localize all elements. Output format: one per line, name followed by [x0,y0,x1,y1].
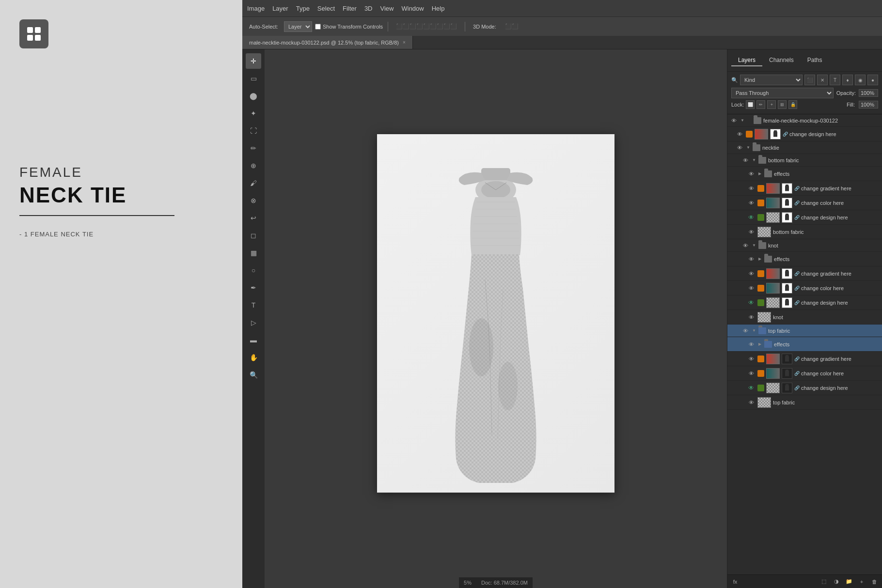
menu-help[interactable]: Help [432,5,445,12]
shape-tool[interactable]: ▬ [246,332,261,348]
eye-icon-19[interactable]: 👁 [747,369,756,378]
layer-change-design-3[interactable]: 👁 🔗 change design here [727,381,882,395]
path-select[interactable]: ▷ [246,315,261,330]
gradient-tool[interactable]: ▦ [246,245,261,261]
dodge-tool[interactable]: ○ [246,263,261,278]
eye-icon-8[interactable]: 👁 [747,213,756,222]
tab-channels[interactable]: Channels [762,55,801,66]
lock-image[interactable]: ✏ [756,100,765,109]
eyedropper-tool[interactable]: ✏ [246,140,261,156]
expand-16[interactable]: ▼ [752,328,756,333]
layer-change-design-top[interactable]: 👁 🔗 change design here [727,127,882,141]
tab-close-button[interactable]: × [403,40,406,45]
tab-layers[interactable]: Layers [731,55,762,66]
filter-toggle[interactable]: ● [867,75,878,85]
expand-1[interactable]: ▼ [740,118,745,123]
show-transform-checkbox[interactable] [315,24,321,30]
eye-icon-9[interactable]: 👁 [747,228,756,236]
eye-icon-1[interactable]: 👁 [729,116,738,125]
history-brush[interactable]: ↩ [246,210,261,226]
lasso-tool[interactable]: ⬤ [246,88,261,104]
auto-select-dropdown[interactable]: Layer [284,21,312,32]
filter-icon-1[interactable]: ⬛ [804,75,815,85]
pen-tool[interactable]: ✒ [246,280,261,295]
filter-select[interactable]: Kind [740,75,803,85]
new-group-btn[interactable]: 📁 [844,577,854,587]
layer-effects-1[interactable]: 👁 ▶ effects [727,167,882,181]
type-tool[interactable]: T [246,297,261,313]
lock-artboard[interactable]: ⊞ [778,100,787,109]
move-tool[interactable]: ✛ [246,53,261,69]
chevron-1[interactable] [747,118,752,123]
clone-tool[interactable]: ⊗ [246,193,261,208]
eye-icon-6[interactable]: 👁 [747,184,756,193]
brush-tool[interactable]: 🖌 [246,175,261,191]
eye-icon-3[interactable]: 👁 [735,143,744,152]
layer-effects-3[interactable]: 👁 ▶ effects [727,337,882,352]
lock-all[interactable]: 🔒 [788,100,797,109]
magic-wand-tool[interactable]: ✦ [246,106,261,121]
menu-image[interactable]: Image [247,5,265,12]
expand-11[interactable]: ▶ [757,257,762,261]
layer-bottom-fabric-group[interactable]: 👁 ▼ bottom fabric [727,154,882,167]
eye-icon-17[interactable]: 👁 [747,340,756,349]
layer-knot-layer[interactable]: 👁 knot [727,310,882,325]
filter-icon-5[interactable]: ◉ [855,75,866,85]
menu-3d[interactable]: 3D [364,5,373,12]
tab-paths[interactable]: Paths [801,55,829,66]
blend-mode-select[interactable]: Pass Through [731,88,834,98]
lock-transparent[interactable]: ⬜ [746,100,755,109]
eye-icon-7[interactable]: 👁 [747,199,756,207]
eye-icon-21[interactable]: 👁 [747,398,756,407]
layer-top-fabric-layer[interactable]: 👁 top fabric [727,395,882,410]
layer-change-gradient-3[interactable]: 👁 🔗 change gradient here [727,352,882,366]
layer-top-fabric-group[interactable]: 👁 ▼ top fabric [727,325,882,337]
expand-17[interactable]: ▶ [757,342,762,346]
menu-window[interactable]: Window [401,5,424,12]
new-fill-btn[interactable]: ◑ [832,577,841,587]
fill-input[interactable] [859,101,878,108]
zoom-tool[interactable]: 🔍 [246,367,261,383]
eye-icon-10[interactable]: 👁 [741,241,750,250]
eye-icon-15[interactable]: 👁 [747,313,756,322]
layer-effects-2[interactable]: 👁 ▶ effects [727,252,882,266]
add-mask-btn[interactable]: ⬚ [819,577,829,587]
layer-knot-group[interactable]: 👁 ▼ knot [727,239,882,252]
expand-10[interactable]: ▼ [752,243,756,248]
opacity-input[interactable] [859,89,878,97]
eye-icon-12[interactable]: 👁 [747,269,756,278]
layer-change-color-2[interactable]: 👁 🔗 change color here [727,281,882,295]
lock-position[interactable]: + [767,100,776,109]
eye-icon-5[interactable]: 👁 [747,170,756,178]
layer-change-design-2[interactable]: 👁 🔗 change design here [727,295,882,310]
link-layers-btn[interactable]: fx [730,577,740,587]
menu-view[interactable]: View [380,5,394,12]
menu-filter[interactable]: Filter [343,5,357,12]
eye-icon-16[interactable]: 👁 [741,326,750,335]
eye-icon-20[interactable]: 👁 [747,384,756,392]
eye-icon-13[interactable]: 👁 [747,284,756,293]
eye-icon-2[interactable]: 👁 [735,130,744,139]
hand-tool[interactable]: ✋ [246,350,261,365]
expand-4[interactable]: ▼ [752,158,756,162]
healing-tool[interactable]: ⊕ [246,158,261,173]
menu-select[interactable]: Select [317,5,335,12]
menu-layer[interactable]: Layer [272,5,288,12]
eye-icon-4[interactable]: 👁 [741,156,750,165]
filter-icon-3[interactable]: T [830,75,840,85]
filter-icon-4[interactable]: ♦ [842,75,853,85]
crop-tool[interactable]: ⛶ [246,123,261,139]
eye-icon-11[interactable]: 👁 [747,255,756,263]
delete-layer-btn[interactable]: 🗑 [869,577,879,587]
eye-icon-14[interactable]: 👁 [747,298,756,307]
layer-change-gradient-2[interactable]: 👁 🔗 change gradient here [727,266,882,281]
expand-3[interactable]: ▼ [746,145,751,150]
new-layer-btn[interactable]: + [857,577,866,587]
layer-change-color-1[interactable]: 👁 🔗 change color here [727,196,882,210]
layer-change-gradient-1[interactable]: 👁 🔗 change gradient here [727,181,882,196]
eye-icon-18[interactable]: 👁 [747,355,756,363]
filter-icon-2[interactable]: ✕ [817,75,828,85]
document-tab[interactable]: male-necktie-mockup-030122.psd @ 12.5% (… [242,36,413,49]
expand-5[interactable]: ▶ [757,171,762,176]
menu-type[interactable]: Type [296,5,310,12]
